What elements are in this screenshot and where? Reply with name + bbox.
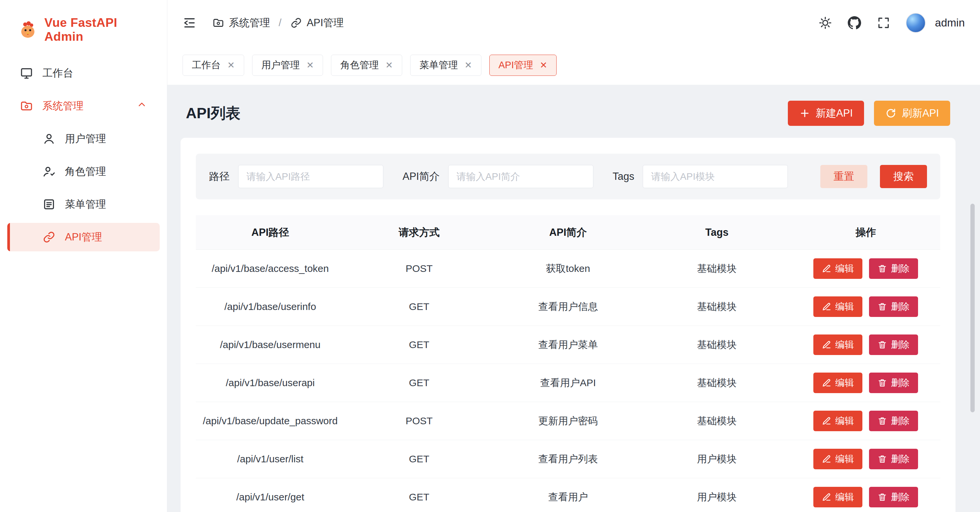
cell-method: GET <box>345 491 493 503</box>
edit-button[interactable]: 编辑 <box>813 334 862 355</box>
summary-filter-input[interactable] <box>448 165 593 188</box>
cell-method: POST <box>345 415 493 426</box>
trash-icon <box>878 340 887 350</box>
theme-toggle-icon[interactable] <box>818 16 832 30</box>
delete-label: 删除 <box>891 453 910 465</box>
filter-bar: 路径 API简介 Tags 重置 搜索 <box>196 154 940 199</box>
breadcrumb-separator: / <box>278 17 282 29</box>
collapse-sidebar-icon[interactable] <box>183 16 196 30</box>
sidebar-item-api-management[interactable]: API管理 <box>7 223 160 251</box>
delete-button[interactable]: 删除 <box>869 449 918 469</box>
breadcrumb-api-management[interactable]: API管理 <box>290 16 344 30</box>
edit-pencil-icon <box>822 264 831 273</box>
cell-method: GET <box>345 301 493 312</box>
sidebar-item-label: 角色管理 <box>65 165 106 178</box>
vertical-scrollbar[interactable] <box>970 204 975 412</box>
fullscreen-icon[interactable] <box>877 16 891 30</box>
delete-label: 删除 <box>891 339 910 351</box>
sidebar-item-menu-management[interactable]: 菜单管理 <box>7 190 160 219</box>
delete-button[interactable]: 删除 <box>869 334 918 355</box>
cell-api-path: /api/v1/base/usermenu <box>196 339 345 350</box>
cell-api-path: /api/v1/base/userapi <box>196 377 345 388</box>
close-icon[interactable]: ✕ <box>385 61 393 70</box>
reset-button[interactable]: 重置 <box>820 165 867 188</box>
path-filter-input[interactable] <box>238 165 383 188</box>
sidebar-item-role-management[interactable]: 角色管理 <box>7 157 160 186</box>
cell-api-path: /api/v1/base/userinfo <box>196 301 345 312</box>
column-api-path: API路径 <box>196 226 345 239</box>
sidebar-item-user-management[interactable]: 用户管理 <box>7 124 160 153</box>
cell-actions: 编辑 删除 <box>791 487 940 507</box>
username[interactable]: admin <box>935 17 965 29</box>
close-icon[interactable]: ✕ <box>540 61 547 70</box>
delete-button[interactable]: 删除 <box>869 487 918 507</box>
app-logo[interactable]: Vue FastAPI Admin <box>0 16 167 44</box>
api-list-card: 路径 API简介 Tags 重置 搜索 API路径 <box>181 138 956 512</box>
tab-user-management[interactable]: 用户管理 ✕ <box>252 55 323 76</box>
github-icon[interactable] <box>848 16 861 30</box>
cell-actions: 编辑 删除 <box>791 449 940 469</box>
cell-tags: 基础模块 <box>643 338 791 352</box>
avatar[interactable] <box>906 13 926 33</box>
menu-list-icon <box>42 198 56 211</box>
table-row: /api/v1/base/access_token POST 获取token 基… <box>196 250 940 288</box>
cell-api-path: /api/v1/base/update_password <box>196 415 345 426</box>
cell-actions: 编辑 删除 <box>791 258 940 279</box>
edit-button[interactable]: 编辑 <box>813 258 862 279</box>
cell-actions: 编辑 删除 <box>791 296 940 317</box>
topbar: 系统管理 / API管理 admin <box>167 0 980 46</box>
edit-pencil-icon <box>822 493 831 502</box>
tab-menu-management[interactable]: 菜单管理 ✕ <box>410 55 481 76</box>
topbar-actions: admin <box>818 13 965 33</box>
tab-role-management[interactable]: 角色管理 ✕ <box>331 55 402 76</box>
cell-api-path: /api/v1/base/access_token <box>196 263 345 274</box>
folder-settings-icon <box>212 17 224 29</box>
refresh-api-button[interactable]: 刷新API <box>874 101 950 126</box>
tab-workbench[interactable]: 工作台 ✕ <box>183 55 244 76</box>
edit-label: 编辑 <box>835 415 854 427</box>
tab-label: 工作台 <box>192 59 221 72</box>
role-user-icon <box>42 165 56 178</box>
page-title: API列表 <box>186 103 240 123</box>
refresh-api-label: 刷新API <box>902 106 939 120</box>
path-filter-label: 路径 <box>209 170 230 183</box>
edit-button[interactable]: 编辑 <box>813 372 862 393</box>
column-summary: API简介 <box>494 226 643 239</box>
edit-button[interactable]: 编辑 <box>813 449 862 469</box>
edit-button[interactable]: 编辑 <box>813 296 862 317</box>
edit-button[interactable]: 编辑 <box>813 411 862 431</box>
tags-filter-input[interactable] <box>643 165 788 188</box>
new-api-button[interactable]: 新建API <box>788 101 864 126</box>
cell-tags: 用户模块 <box>643 490 791 504</box>
sidebar-item-system-management[interactable]: 系统管理 <box>7 92 160 120</box>
close-icon[interactable]: ✕ <box>227 61 235 70</box>
edit-label: 编辑 <box>835 339 854 351</box>
close-icon[interactable]: ✕ <box>307 61 314 70</box>
app-title: Vue FastAPI Admin <box>45 16 148 44</box>
close-icon[interactable]: ✕ <box>465 61 472 70</box>
edit-button[interactable]: 编辑 <box>813 487 862 507</box>
edit-pencil-icon <box>822 416 831 426</box>
breadcrumb: 系统管理 / API管理 <box>212 16 344 30</box>
cell-actions: 编辑 删除 <box>791 334 940 355</box>
delete-button[interactable]: 删除 <box>869 372 918 393</box>
sidebar-item-workbench[interactable]: 工作台 <box>7 59 160 87</box>
search-button[interactable]: 搜索 <box>880 165 927 188</box>
column-method: 请求方式 <box>345 226 493 239</box>
edit-label: 编辑 <box>835 491 854 503</box>
delete-button[interactable]: 删除 <box>869 296 918 317</box>
tab-api-management[interactable]: API管理 ✕ <box>489 55 557 76</box>
breadcrumb-system-management[interactable]: 系统管理 <box>212 16 270 30</box>
rooster-logo-icon <box>19 19 37 40</box>
table-row: /api/v1/base/userapi GET 查看用户API 基础模块 编辑… <box>196 364 940 402</box>
delete-button[interactable]: 删除 <box>869 411 918 431</box>
cell-method: GET <box>345 453 493 464</box>
trash-icon <box>878 493 887 502</box>
cell-summary: 查看用户 <box>494 490 643 504</box>
sidebar-item-label: 系统管理 <box>42 99 83 113</box>
edit-pencil-icon <box>822 378 831 388</box>
table-header: API路径 请求方式 API简介 Tags 操作 <box>196 215 940 250</box>
delete-button[interactable]: 删除 <box>869 258 918 279</box>
table-row: /api/v1/user/list GET 查看用户列表 用户模块 编辑 删除 <box>196 440 940 478</box>
edit-label: 编辑 <box>835 262 854 275</box>
